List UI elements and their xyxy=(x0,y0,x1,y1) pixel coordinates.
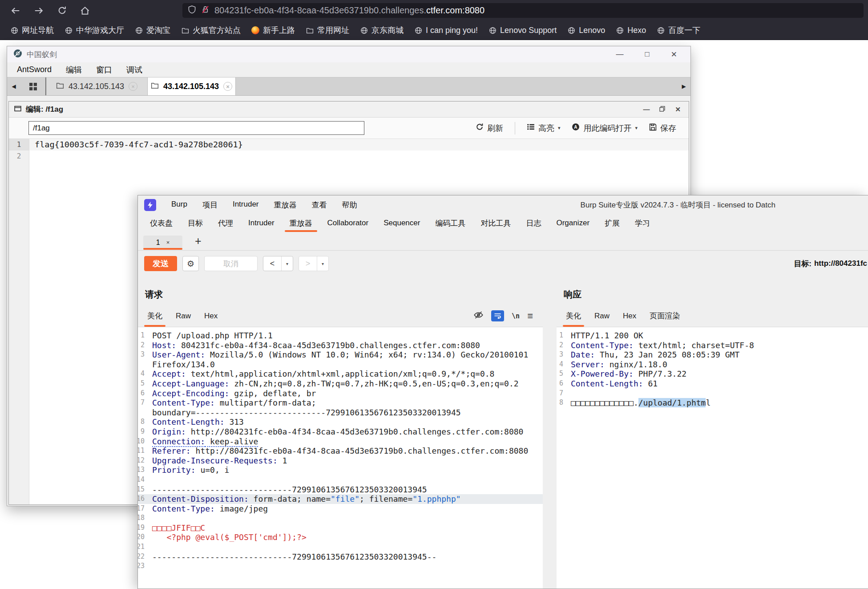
bookmark-item[interactable]: Hexo xyxy=(612,24,650,37)
code-row: 15-----------------------------729910613… xyxy=(138,485,543,495)
bookmark-label: Lenovo Support xyxy=(500,26,557,35)
bookmark-item[interactable]: Lenovo Support xyxy=(484,24,561,37)
close-tab-icon[interactable]: × xyxy=(223,82,232,91)
burp-menu-item[interactable]: Intruder xyxy=(233,200,259,210)
panel-tab[interactable]: Hex xyxy=(198,305,224,327)
repeater-session-tab[interactable]: 1 × xyxy=(143,236,182,250)
bookmark-item[interactable]: 京东商城 xyxy=(356,23,408,37)
burp-tab[interactable]: 代理 xyxy=(210,214,241,232)
panel-tab[interactable]: 美化 xyxy=(141,305,169,327)
minimize-icon[interactable]: — xyxy=(643,106,650,113)
chevron-down-icon[interactable]: ▾ xyxy=(317,256,328,271)
back-icon[interactable] xyxy=(10,5,21,16)
burp-tab[interactable]: 对比工具 xyxy=(473,214,518,232)
file-path-input[interactable] xyxy=(28,121,364,135)
maximize-icon[interactable]: □ xyxy=(645,50,649,59)
tab-label: 43.142.105.143 xyxy=(163,82,219,91)
burp-tab[interactable]: Collaborator xyxy=(320,214,376,232)
burp-menu-item[interactable]: 重放器 xyxy=(274,200,297,210)
panel-tab[interactable]: Hex xyxy=(616,305,643,327)
forward-history-button[interactable]: > ▾ xyxy=(299,256,329,271)
response-editor[interactable]: 1HTTP/1.1 200 OK2Content-Type: text/html… xyxy=(557,327,868,589)
bookmark-label: 百度一下 xyxy=(668,25,700,36)
panel-tab[interactable]: 页面渲染 xyxy=(643,305,686,327)
antsword-menu-item[interactable]: 窗口 xyxy=(96,65,112,75)
request-editor[interactable]: 1POST /upload.php HTTP/1.12Host: 804231f… xyxy=(138,327,543,589)
bookmark-item[interactable]: 中华游戏大厅 xyxy=(61,23,128,37)
back-history-button[interactable]: < ▾ xyxy=(263,256,293,271)
line-number: 5 xyxy=(138,379,145,389)
burp-tab[interactable]: Organizer xyxy=(549,214,597,232)
bookmark-item[interactable]: 爱淘宝 xyxy=(131,23,174,37)
bookmark-item[interactable]: 常用网址 xyxy=(302,23,353,37)
burp-menu-item[interactable]: Burp xyxy=(171,200,187,210)
code-text: Accept: text/html,application/xhtml+xml,… xyxy=(152,369,494,379)
refresh-button[interactable]: 刷新 xyxy=(476,123,503,134)
close-tab-icon[interactable]: × xyxy=(129,82,137,91)
tab-scroll-right-icon[interactable]: ▶ xyxy=(677,77,690,95)
code-line xyxy=(29,150,689,162)
tab-overview-icon[interactable] xyxy=(20,77,46,95)
code-row: 8□□□□□□□□□□□□□./upload/1.phtml xyxy=(557,398,868,408)
bookmark-item[interactable]: 火狐官方站点 xyxy=(177,23,245,37)
burp-tab[interactable]: 学习 xyxy=(627,214,658,232)
globe-icon xyxy=(616,26,624,34)
panel-tab[interactable]: 美化 xyxy=(559,305,588,327)
burp-tab[interactable]: 日志 xyxy=(518,214,549,232)
cancel-button[interactable]: 取消 xyxy=(204,256,258,271)
minimize-icon[interactable]: — xyxy=(616,50,623,59)
chevron-down-icon[interactable]: ▾ xyxy=(281,256,293,271)
bookmark-item[interactable]: 新手上路 xyxy=(247,23,299,37)
panel-tab[interactable]: Raw xyxy=(169,305,198,327)
panel-tab[interactable]: Raw xyxy=(588,305,616,327)
insecure-lock-icon[interactable] xyxy=(201,5,210,16)
antsword-menu-item[interactable]: 编辑 xyxy=(66,65,82,75)
bookmark-item[interactable]: 百度一下 xyxy=(653,23,704,37)
burp-menu-item[interactable]: 帮助 xyxy=(342,200,357,210)
code-text: User-Agent: Mozilla/5.0 (Windows NT 10.0… xyxy=(152,350,528,360)
highlight-button[interactable]: 高亮 ▾ xyxy=(527,123,561,134)
target-display[interactable]: 目标: http://804231fc xyxy=(794,251,867,276)
close-icon[interactable]: ✕ xyxy=(675,106,681,114)
close-tab-icon[interactable]: × xyxy=(166,239,170,246)
bookmark-item[interactable]: 网址导航 xyxy=(6,23,58,37)
url-bar[interactable]: 804231fc-eb0a-4f34-8caa-45d3e63719b0.cha… xyxy=(182,3,864,18)
burp-tab[interactable]: 仪表盘 xyxy=(142,214,180,232)
antsword-shell-tab[interactable]: 43.142.105.143× xyxy=(46,77,148,95)
burp-tab[interactable]: Sequencer xyxy=(376,214,428,232)
antsword-shell-tab[interactable]: 43.142.105.143× xyxy=(148,77,236,95)
bookmark-label: 网址导航 xyxy=(22,25,54,36)
burp-menu-item[interactable]: 项目 xyxy=(202,200,218,210)
send-button[interactable]: 发送 xyxy=(144,256,177,271)
save-button[interactable]: 保存 xyxy=(649,123,676,134)
home-icon[interactable] xyxy=(79,5,91,16)
code-text: -----------------------------72991061356… xyxy=(152,485,427,495)
line-number: 8 xyxy=(557,398,563,408)
bookmark-item[interactable]: Lenovo xyxy=(563,24,609,37)
forward-icon[interactable] xyxy=(33,5,44,16)
close-icon[interactable]: ✕ xyxy=(671,50,677,59)
burp-tab[interactable]: 重放器 xyxy=(282,214,320,232)
reload-icon[interactable] xyxy=(56,5,68,16)
word-wrap-icon[interactable] xyxy=(491,310,504,321)
burp-tab[interactable]: 编码工具 xyxy=(428,214,473,232)
new-tab-icon[interactable]: + xyxy=(195,235,202,248)
hide-eye-icon[interactable] xyxy=(473,311,484,321)
open-with-encoding-button[interactable]: A 用此编码打开 ▾ xyxy=(572,123,638,134)
code-text: Accept-Encoding: gzip, deflate, br xyxy=(152,389,316,398)
burp-tab[interactable]: 目标 xyxy=(180,214,210,232)
burp-menu-item[interactable]: 查看 xyxy=(312,200,327,210)
settings-gear-icon[interactable]: ⚙ xyxy=(182,256,199,271)
show-newlines-icon[interactable]: \n xyxy=(512,312,520,320)
antsword-menu-item[interactable]: 调试 xyxy=(126,65,142,75)
menu-hamburger-icon[interactable]: ≡ xyxy=(527,310,533,322)
burp-tab[interactable]: Intruder xyxy=(241,214,282,232)
globe-icon xyxy=(135,26,143,34)
antsword-menu-item[interactable]: AntSword xyxy=(17,65,52,74)
response-panel: 响应 美化RawHex页面渲染 1HTTP/1.1 200 OK2Content… xyxy=(557,276,868,589)
burp-tab[interactable]: 扩展 xyxy=(597,214,627,232)
restore-icon[interactable] xyxy=(659,106,665,113)
bookmark-item[interactable]: I can ping you! xyxy=(410,24,482,37)
tab-scroll-left-icon[interactable]: ◀ xyxy=(7,77,20,95)
shield-icon[interactable] xyxy=(188,5,196,16)
